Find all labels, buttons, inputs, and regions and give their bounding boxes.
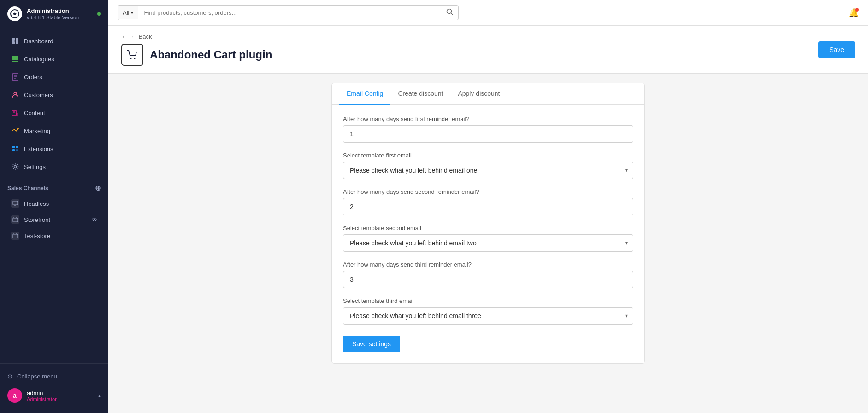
first-template-group: Select template first email Please check…: [343, 152, 633, 179]
third-template-select-wrapper: Please check what you left behind email …: [343, 307, 633, 325]
sidebar-item-label: Marketing: [24, 128, 50, 134]
add-channel-icon[interactable]: ⊕: [95, 184, 101, 192]
third-reminder-input[interactable]: [343, 271, 633, 288]
user-name: admin: [27, 390, 57, 396]
test-store-icon: [11, 232, 19, 240]
sidebar-item-storefront[interactable]: Storefront 👁: [4, 212, 105, 227]
page-title: Abandoned Cart plugin: [150, 48, 272, 61]
first-template-label: Select template first email: [343, 152, 633, 159]
channel-label: Storefront: [24, 216, 50, 223]
svg-line-28: [451, 13, 453, 15]
app-logo: [7, 6, 22, 21]
headless-icon: [11, 199, 19, 208]
sales-channels-label: Sales Channels: [7, 185, 48, 192]
third-template-group: Select template third email Please check…: [343, 297, 633, 325]
svg-rect-7: [12, 61, 18, 62]
tab-apply-discount[interactable]: Apply discount: [450, 83, 507, 105]
third-template-label: Select template third email: [343, 297, 633, 304]
save-settings-button[interactable]: Save settings: [343, 336, 400, 352]
sidebar: Administration v6.4.8.1 Stable Version D…: [0, 0, 108, 413]
back-link[interactable]: ← ← Back: [121, 33, 272, 40]
svg-point-29: [130, 58, 132, 59]
back-arrow-icon: ←: [121, 33, 127, 40]
content-icon: [11, 109, 19, 117]
avatar: a: [7, 388, 22, 403]
sales-channels-section: Sales Channels ⊕: [0, 179, 108, 195]
notifications-button[interactable]: 🔔: [849, 8, 859, 18]
tab-email-config[interactable]: Email Config: [339, 83, 390, 105]
settings-icon: [11, 163, 19, 171]
app-name: Administration: [27, 7, 79, 15]
sidebar-item-marketing[interactable]: Marketing: [4, 122, 105, 140]
sidebar-item-customers[interactable]: Customers: [4, 86, 105, 104]
second-template-select[interactable]: Please check what you left behind email …: [343, 234, 633, 252]
collapse-icon: ⊙: [7, 373, 12, 380]
svg-point-17: [17, 128, 19, 129]
filter-chevron-icon: ▾: [131, 10, 133, 15]
svg-rect-23: [13, 201, 18, 205]
user-section[interactable]: a admin Administrator ▴: [0, 384, 108, 407]
svg-rect-18: [12, 146, 15, 148]
svg-rect-16: [16, 113, 18, 116]
extensions-icon: [11, 145, 19, 153]
svg-rect-1: [12, 38, 15, 41]
topbar: All ▾ 🔔: [108, 0, 868, 26]
svg-point-12: [14, 92, 17, 95]
save-button[interactable]: Save: [818, 41, 855, 58]
online-status-dot: [97, 12, 101, 16]
sidebar-item-test-store[interactable]: Test-store: [4, 228, 105, 244]
first-reminder-group: After how many days send first reminder …: [343, 116, 633, 143]
second-reminder-group: After how many days send second reminder…: [343, 188, 633, 215]
page-content: ← ← Back Abandoned Cart plugin: [108, 26, 868, 413]
svg-rect-2: [16, 38, 18, 41]
third-reminder-group: After how many days send third reminder …: [343, 261, 633, 288]
svg-rect-5: [12, 56, 18, 58]
sidebar-item-content[interactable]: Content: [4, 104, 105, 122]
sidebar-item-settings[interactable]: Settings: [4, 158, 105, 175]
marketing-icon: [11, 127, 19, 135]
third-reminder-label: After how many days send third reminder …: [343, 261, 633, 268]
search-input[interactable]: [138, 6, 442, 19]
sidebar-bottom: ⊙ Collapse menu a admin Administrator ▴: [0, 363, 108, 413]
svg-rect-4: [16, 41, 18, 44]
search-button[interactable]: [442, 6, 458, 20]
svg-point-21: [16, 149, 18, 151]
search-filter-dropdown[interactable]: All ▾: [118, 6, 138, 19]
orders-icon: [11, 73, 19, 81]
sidebar-item-orders[interactable]: Orders: [4, 68, 105, 86]
svg-rect-3: [12, 41, 15, 44]
collapse-label: Collapse menu: [17, 373, 57, 380]
sidebar-item-headless[interactable]: Headless: [4, 196, 105, 211]
first-reminder-input[interactable]: [343, 125, 633, 143]
tab-create-discount[interactable]: Create discount: [390, 83, 450, 105]
channel-label: Test-store: [24, 233, 50, 239]
eye-icon[interactable]: 👁: [92, 216, 97, 223]
app-version: v6.4.8.1 Stable Version: [27, 15, 79, 20]
sidebar-item-label: Orders: [24, 74, 42, 81]
sidebar-item-label: Settings: [24, 163, 46, 170]
sidebar-item-extensions[interactable]: Extensions: [4, 140, 105, 157]
customers-icon: [11, 91, 19, 99]
sidebar-item-catalogues[interactable]: Catalogues: [4, 50, 105, 68]
svg-point-30: [134, 58, 136, 59]
tabs-bar: Email Config Create discount Apply disco…: [332, 83, 644, 105]
svg-rect-6: [12, 58, 18, 60]
second-template-select-wrapper: Please check what you left behind email …: [343, 234, 633, 252]
sidebar-nav: Dashboard Catalogues Orders Customers: [0, 28, 108, 363]
second-template-group: Select template second email Please chec…: [343, 225, 633, 252]
user-chevron-icon: ▴: [98, 392, 101, 399]
sidebar-header: Administration v6.4.8.1 Stable Version: [0, 0, 108, 28]
sidebar-item-label: Extensions: [24, 145, 53, 152]
sidebar-item-label: Customers: [24, 92, 53, 99]
collapse-menu-button[interactable]: ⊙ Collapse menu: [0, 369, 108, 384]
first-template-select[interactable]: Please check what you left behind email …: [343, 162, 633, 179]
second-reminder-input[interactable]: [343, 198, 633, 215]
search-bar: All ▾: [118, 5, 459, 20]
third-template-select[interactable]: Please check what you left behind email …: [343, 307, 633, 325]
svg-rect-20: [12, 149, 15, 151]
channel-label: Headless: [24, 200, 49, 207]
sidebar-item-label: Catalogues: [24, 56, 54, 63]
plugin-card: Email Config Create discount Apply disco…: [331, 83, 645, 364]
svg-rect-26: [13, 234, 18, 238]
sidebar-item-dashboard[interactable]: Dashboard: [4, 32, 105, 50]
